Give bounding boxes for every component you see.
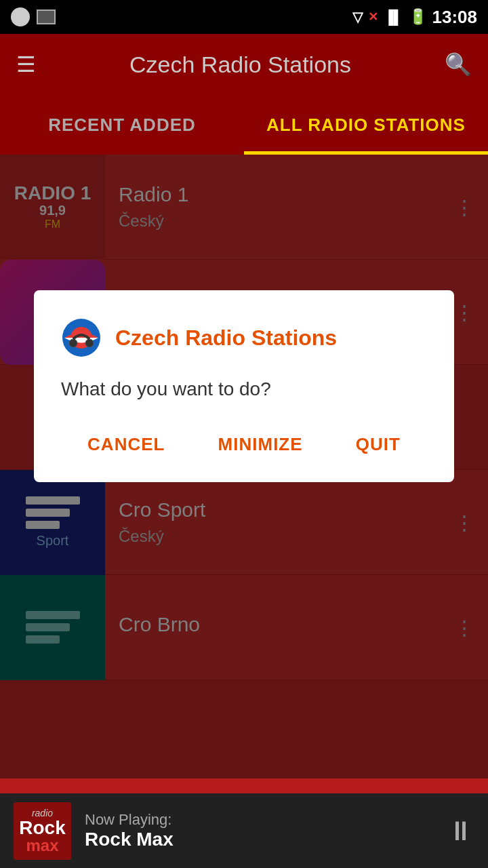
dialog-header: Czech Radio Stations: [61, 317, 427, 358]
quit-button[interactable]: QUIT: [342, 427, 414, 462]
content-area: RADIO 1 91,9 FM Radio 1 Český ⋮ ⋮ ⋮: [0, 155, 488, 778]
battery-icon: 🔋: [409, 8, 427, 26]
hamburger-menu-icon[interactable]: ☰: [16, 52, 36, 77]
svg-point-3: [85, 339, 94, 347]
status-time: 13:08: [432, 7, 478, 28]
status-bar-right: ▽ ✕ ▐▌ 🔋 13:08: [352, 7, 477, 28]
rock-label: Rock: [19, 818, 65, 837]
now-playing-bar: radio Rock max Now Playing: Rock Max ⏸: [0, 793, 488, 868]
dialog: Czech Radio Stations What do you want to…: [34, 290, 454, 482]
svg-point-2: [69, 339, 77, 347]
dialog-title: Czech Radio Stations: [115, 326, 337, 351]
now-playing-info: Now Playing: Rock Max: [85, 811, 434, 850]
max-label: max: [26, 837, 58, 854]
status-bar-left: [11, 7, 56, 26]
now-playing-station: Rock Max: [85, 829, 434, 850]
tab-all-radio-stations[interactable]: ALL RADIO STATIONS: [244, 95, 488, 155]
status-bar: ▽ ✕ ▐▌ 🔋 13:08: [0, 0, 488, 34]
search-icon[interactable]: 🔍: [445, 52, 472, 77]
cancel-button[interactable]: CANCEL: [74, 427, 178, 462]
status-circle-icon: [11, 7, 30, 26]
wifi-icon: ▽: [352, 9, 363, 25]
tab-recent-added[interactable]: RECENT ADDED: [0, 95, 244, 155]
tabs-bar: RECENT ADDED ALL RADIO STATIONS: [0, 95, 488, 155]
image-icon: [37, 9, 56, 24]
dialog-app-icon: [61, 317, 102, 358]
dialog-actions: CANCEL MINIMIZE QUIT: [61, 427, 427, 462]
now-playing-logo: radio Rock max: [14, 802, 71, 860]
app-header: ☰ Czech Radio Stations 🔍: [0, 34, 488, 95]
signal-cross-icon: ✕: [368, 9, 378, 24]
pause-button[interactable]: ⏸: [447, 816, 474, 846]
dialog-message: What do you want to do?: [61, 378, 427, 400]
minimize-button[interactable]: MINIMIZE: [205, 427, 317, 462]
now-playing-label: Now Playing:: [85, 811, 434, 829]
signal-icon: ▐▌: [384, 9, 403, 25]
app-title: Czech Radio Stations: [129, 52, 351, 78]
